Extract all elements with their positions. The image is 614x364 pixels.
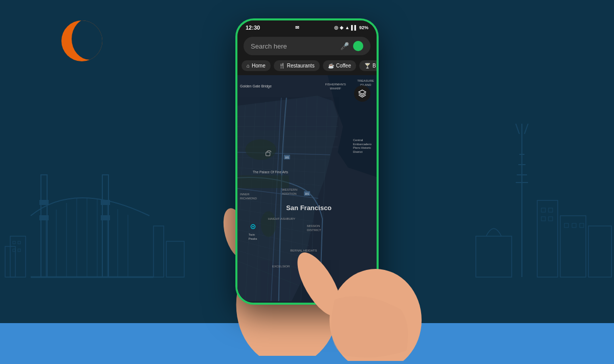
svg-point-81 [245, 140, 276, 160]
status-email-icon: ✉ [295, 25, 299, 30]
status-bar: 12:30 ✉ ◎ ◈ ▲ ▌▌ 92% [237, 20, 377, 33]
battery-text: 92% [359, 25, 368, 30]
svg-rect-83 [237, 175, 289, 188]
map-label-fishermans-wharf: FISHERMAN'SWHARF [325, 83, 346, 91]
search-bar[interactable]: Search here 🎤 [244, 37, 370, 55]
coffee-chip-icon: ☕ [328, 63, 334, 69]
search-icons: 🎤 [340, 41, 363, 51]
status-time: 12:30 [246, 25, 260, 31]
map-label-palace: The Palace Of Fine Arts [253, 170, 288, 174]
map-label-golden-gate: Golden Gate Bridge [240, 84, 272, 88]
svg-rect-32 [537, 200, 558, 277]
phone-scene: 12:30 ✉ ◎ ◈ ▲ ▌▌ 92% Search here 🎤 [184, 8, 430, 356]
map-label-twin-peaks: TwinPeaks [249, 233, 257, 241]
svg-rect-37 [549, 208, 553, 212]
svg-rect-20 [13, 241, 15, 244]
chip-bar[interactable]: 🍸 B [359, 60, 377, 71]
chip-coffee[interactable]: ☕ Coffee [323, 60, 356, 71]
status-icons: ◎ ◈ ▲ ▌▌ 92% [334, 25, 368, 30]
golden-gate-bridge [0, 134, 194, 328]
svg-rect-35 [476, 236, 512, 277]
chip-coffee-label: Coffee [336, 63, 351, 69]
microphone-icon[interactable]: 🎤 [340, 42, 349, 50]
svg-rect-38 [541, 217, 545, 221]
search-area: Search here 🎤 [237, 33, 377, 60]
layers-button[interactable] [354, 85, 370, 102]
svg-rect-2 [40, 216, 48, 220]
svg-text:101: 101 [305, 192, 310, 195]
wifi-icon: ▲ [345, 25, 349, 30]
restaurants-chip-icon: 🍴 [279, 63, 285, 69]
home-chip-icon: ⌂ [247, 63, 250, 69]
map-label-embarcadero: CentralEmbarcaderoPiers HistoricDistrict [353, 139, 371, 154]
chip-bar-label: B [372, 63, 376, 69]
svg-rect-19 [166, 241, 184, 277]
svg-rect-1 [40, 200, 48, 204]
accessibility-icon: ◈ [340, 25, 343, 30]
svg-rect-21 [18, 241, 20, 244]
svg-rect-18 [154, 226, 164, 277]
svg-rect-23 [18, 249, 20, 252]
svg-rect-34 [588, 226, 611, 277]
chip-home-label: Home [252, 63, 266, 69]
svg-rect-39 [549, 217, 553, 221]
map-label-inner-richmond: INNERRICHMOND [240, 193, 257, 201]
location-icon: ◎ [334, 25, 338, 30]
moon [61, 20, 102, 61]
svg-text:101: 101 [285, 156, 290, 159]
hand-front [273, 208, 427, 361]
city-skyline-right [461, 124, 614, 328]
bar-chip-icon: 🍸 [364, 63, 370, 69]
map-label-western-addition: WESTERNADDITION [282, 188, 297, 196]
chip-restaurants[interactable]: 🍴 Restaurants [274, 60, 320, 71]
svg-line-31 [524, 124, 528, 134]
chip-restaurants-label: Restaurants [287, 63, 315, 69]
profile-dot[interactable] [353, 41, 363, 51]
moon-crescent [61, 20, 102, 61]
svg-rect-40 [564, 223, 568, 228]
chip-home[interactable]: ⌂ Home [242, 60, 271, 71]
svg-rect-41 [572, 223, 576, 228]
svg-rect-42 [580, 223, 584, 228]
svg-line-29 [516, 124, 519, 134]
svg-point-86 [252, 226, 254, 228]
signal-icon: ▌▌ [351, 25, 358, 30]
search-placeholder: Search here [251, 42, 340, 50]
chips-area: ⌂ Home 🍴 Restaurants ☕ Coffee 🍸 B [237, 60, 377, 75]
svg-rect-5 [101, 216, 109, 220]
svg-rect-36 [541, 208, 545, 212]
